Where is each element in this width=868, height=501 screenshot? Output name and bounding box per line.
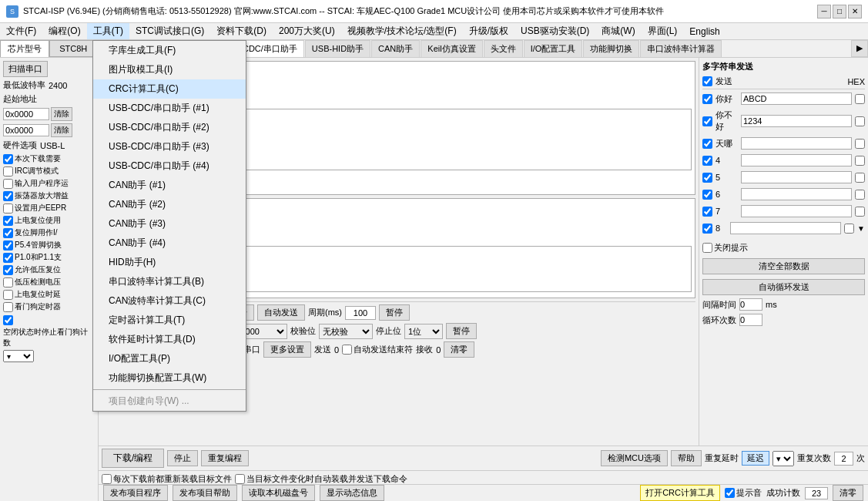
menu-english[interactable]: English: [683, 25, 726, 39]
cb-6[interactable]: [3, 228, 13, 238]
menu-video[interactable]: 视频教学/技术论坛/选型(F): [341, 23, 463, 39]
load-file-checkbox[interactable]: [102, 474, 112, 484]
multi-val-0[interactable]: [741, 92, 852, 105]
multi-val-4[interactable]: [741, 171, 852, 183]
tab-usb-hid[interactable]: USB-HID助手: [305, 40, 370, 57]
dropdown-img-tool[interactable]: 图片取模工具(I): [93, 60, 246, 79]
close-hint-checkbox[interactable]: [702, 243, 712, 253]
dropdown-baud-tool[interactable]: 串口波特率计算工具(B): [93, 272, 246, 291]
cb-1[interactable]: [3, 166, 13, 177]
read-machine-btn[interactable]: 读取本机磁盘号: [242, 485, 315, 501]
menu-usb[interactable]: USB驱动安装(D): [514, 23, 595, 39]
interval-input[interactable]: [739, 298, 762, 311]
maximize-button[interactable]: □: [833, 5, 846, 18]
dropdown-can3[interactable]: CAN助手 (#3): [93, 214, 246, 234]
dropdown-can2[interactable]: CAN助手 (#2): [93, 195, 246, 214]
download-btn[interactable]: 下载/编程: [102, 449, 164, 468]
clear-count-btn[interactable]: 清零: [444, 341, 474, 358]
tab-io[interactable]: I/O配置工具: [524, 40, 583, 57]
tab-can[interactable]: CAN助手: [371, 40, 420, 57]
cb-8[interactable]: [3, 253, 13, 263]
clear-all-btn[interactable]: 清空全部数据: [702, 258, 865, 274]
tab-scroll-right[interactable]: ▶: [851, 40, 868, 57]
watchdog-select[interactable]: ▾: [3, 350, 34, 362]
multi-val-3[interactable]: [741, 154, 852, 166]
menu-shop[interactable]: 商城(W): [595, 23, 641, 39]
cb-11[interactable]: [3, 290, 13, 300]
dropdown-hid[interactable]: HID助手(H): [93, 253, 246, 272]
start-addr-input[interactable]: [3, 108, 49, 120]
multi-hex-1[interactable]: [855, 116, 865, 126]
dropdown-can4[interactable]: CAN助手 (#4): [93, 234, 246, 253]
dropdown-usb1[interactable]: USB-CDC/串口助手 (#1): [93, 99, 246, 118]
close-button[interactable]: ✕: [848, 5, 862, 18]
menu-data[interactable]: 资料下载(D): [210, 23, 273, 39]
cb-0[interactable]: [3, 154, 13, 164]
multi-hex-3[interactable]: [855, 156, 865, 166]
load-file-label[interactable]: 每次下载前都重新装载目标文件: [102, 473, 232, 485]
multi-cb-7[interactable]: [702, 224, 712, 234]
publish-help-btn[interactable]: 发布项目帮助: [173, 485, 237, 501]
multi-hex-4[interactable]: [855, 173, 865, 183]
clear-btn1[interactable]: 清除: [51, 107, 72, 121]
cb-9[interactable]: [3, 265, 13, 275]
dropdown-usb4[interactable]: USB-CDC/串口助手 (#4): [93, 156, 246, 176]
auto-loop-btn[interactable]: 自动循环发送: [702, 279, 865, 295]
multi-cb-0[interactable]: [702, 94, 712, 104]
multi-cb-3[interactable]: [702, 156, 712, 166]
pause-btn2[interactable]: 暂停: [446, 323, 477, 339]
multi-cb-5[interactable]: [702, 190, 712, 200]
cb-2[interactable]: [3, 179, 13, 189]
stc8h-btn[interactable]: STC8H: [49, 40, 99, 57]
tab-keil[interactable]: Keil仿真设置: [421, 40, 482, 57]
multi-val-5[interactable]: [741, 188, 852, 200]
dropdown-project-wizard[interactable]: 项目创建向导(W) ...: [93, 392, 246, 411]
publish-prog-btn[interactable]: 发布项目程序: [103, 485, 168, 501]
multi-hex-5[interactable]: [855, 190, 865, 200]
menu-prog[interactable]: 编程(O): [42, 23, 86, 39]
hint-sound-label[interactable]: 提示音: [725, 487, 762, 499]
addr-input2[interactable]: [3, 124, 49, 136]
dropdown-io-config[interactable]: I/O配置工具(P): [93, 349, 246, 368]
auto-send-btn[interactable]: 自动发送: [257, 304, 305, 321]
auto-send-end-checkbox[interactable]: [342, 345, 352, 355]
menu-file[interactable]: 文件(F): [0, 23, 42, 39]
dropdown-font-tool[interactable]: 字库生成工具(F): [93, 41, 246, 60]
detect-btn[interactable]: 检测MCU选项: [601, 450, 668, 466]
scan-port-btn[interactable]: 扫描串口: [3, 61, 48, 77]
multi-hex-6[interactable]: [855, 207, 865, 217]
clear-success-btn[interactable]: 清零: [833, 485, 863, 501]
clear-btn2[interactable]: 清除: [51, 123, 72, 137]
dropdown-timer-tool[interactable]: 定时器计算工具(T): [93, 311, 246, 330]
menu-debug[interactable]: STC调试接口(G): [129, 23, 210, 39]
multi-val-7[interactable]: [730, 222, 841, 234]
auto-load-label[interactable]: 当目标文件变化时自动装载并发送下载命令: [235, 473, 407, 485]
delay-unit-select[interactable]: ▾: [772, 451, 794, 466]
cb-10[interactable]: [3, 277, 13, 287]
multi-hex-7[interactable]: [844, 224, 854, 234]
stop-btn[interactable]: 停止: [167, 450, 198, 466]
dropdown-can1[interactable]: CAN助手 (#1): [93, 176, 246, 195]
stop-select[interactable]: 1位: [404, 324, 443, 339]
dropdown-pin-switch[interactable]: 功能脚切换配置工具(W): [93, 368, 246, 388]
auto-send-end-label[interactable]: 自动发送结束符: [342, 344, 413, 355]
period-input[interactable]: [345, 306, 376, 320]
dropdown-usb2[interactable]: USB-CDC/串口助手 (#2): [93, 118, 246, 137]
hint-sound-checkbox[interactable]: [725, 488, 735, 498]
minimize-button[interactable]: ─: [817, 5, 831, 18]
dropdown-crc-tool[interactable]: CRC计算工具(C): [93, 79, 246, 99]
multi-cb-4[interactable]: [702, 173, 712, 183]
multi-hex-0[interactable]: [855, 94, 865, 104]
menu-upgrade[interactable]: 升级/版权: [463, 23, 514, 39]
show-dyn-btn[interactable]: 显示动态信息: [320, 485, 384, 501]
pause-btn[interactable]: 暂停: [379, 304, 410, 321]
dropdown-delay-tool[interactable]: 软件延时计算工具(D): [93, 330, 246, 349]
help-btn[interactable]: 帮助: [671, 450, 702, 466]
dropdown-can-baud[interactable]: CAN波特率计算工具(C): [93, 291, 246, 311]
cb-5[interactable]: [3, 216, 13, 226]
menu-ui[interactable]: 界面(L): [642, 23, 684, 39]
cb-4[interactable]: [3, 203, 13, 214]
multi-val-6[interactable]: [741, 205, 852, 217]
dropdown-usb3[interactable]: USB-CDC/串口助手 (#3): [93, 137, 246, 156]
reprogram-btn[interactable]: 重复编程: [201, 450, 249, 466]
